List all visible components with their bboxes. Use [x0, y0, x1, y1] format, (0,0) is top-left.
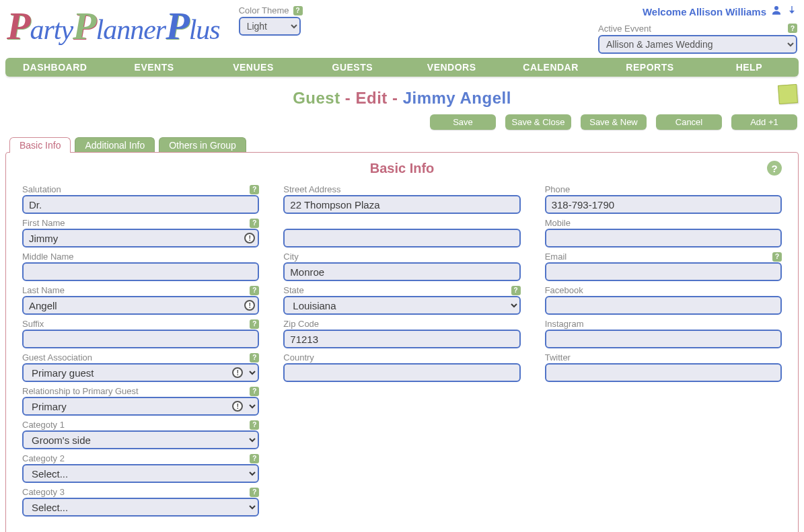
tab-others-in-group[interactable]: Others in Group — [159, 137, 246, 153]
nav-venues[interactable]: VENUES — [204, 62, 303, 73]
welcome-text: Welcome Allison Williams — [643, 6, 766, 17]
category2-label: Categoty 2 — [22, 453, 65, 463]
instagram-label: Instagram — [545, 319, 584, 329]
last-name-label: Last Name — [22, 285, 65, 295]
action-buttons-top: Save Save & Close Save & New Cancel Add … — [7, 114, 797, 130]
phone-input[interactable] — [545, 195, 782, 214]
category3-label: Categoty 3 — [22, 487, 65, 497]
required-icon: ! — [232, 401, 243, 412]
middle-name-input[interactable] — [22, 262, 259, 281]
color-theme-label: Color Theme — [239, 5, 289, 15]
required-icon: ! — [244, 300, 255, 311]
cancel-button[interactable]: Cancel — [656, 114, 722, 130]
color-theme-block: Color Theme ? Light — [239, 5, 303, 36]
country-label: Country — [283, 352, 314, 363]
help-icon[interactable]: ? — [250, 454, 259, 463]
app-logo: PartyPlannerPlus — [7, 4, 220, 46]
help-icon[interactable]: ? — [250, 387, 259, 396]
help-icon[interactable]: ? — [250, 353, 259, 363]
help-icon[interactable]: ? — [772, 252, 782, 262]
page-title: Guest - Edit - Jimmy Angell — [293, 89, 511, 108]
phone-label: Phone — [545, 184, 571, 194]
country-input[interactable] — [283, 363, 520, 382]
street-input[interactable] — [283, 195, 520, 214]
last-name-input[interactable] — [22, 296, 259, 315]
tabs: Basic Info Additional Info Others in Gro… — [9, 137, 804, 152]
main-nav: DASHBOARD EVENTS VENUES GUESTS VENDORS C… — [5, 58, 799, 77]
column-address: Street Address City State? Louisiana Zip… — [283, 184, 520, 521]
twitter-input[interactable] — [545, 363, 782, 382]
basic-info-panel: Basic Info ? Salutation? First Name? ! M… — [5, 152, 799, 532]
color-theme-select[interactable]: Light — [239, 17, 301, 36]
help-icon[interactable]: ? — [250, 286, 259, 295]
mobile-label: Mobile — [545, 218, 571, 228]
app-header: PartyPlannerPlus Color Theme ? Light Wel… — [0, 0, 804, 55]
guest-association-select[interactable]: Primary guest — [22, 363, 259, 382]
category1-label: Categoty 1 — [22, 420, 65, 430]
help-icon[interactable]: ? — [250, 185, 259, 194]
save-new-button[interactable]: Save & New — [581, 114, 647, 130]
sticky-note-icon[interactable] — [778, 84, 798, 104]
street-label: Street Address — [283, 184, 340, 194]
nav-vendors[interactable]: VENDORS — [402, 62, 501, 73]
nav-help[interactable]: HELP — [700, 62, 799, 73]
mobile-input[interactable] — [545, 229, 782, 248]
suffix-input[interactable] — [22, 330, 259, 348]
middle-name-label: Middle Name — [22, 252, 74, 262]
help-icon[interactable]: ? — [250, 420, 259, 430]
help-icon[interactable]: ? — [250, 319, 259, 329]
required-icon: ! — [244, 233, 255, 243]
nav-guests[interactable]: GUESTS — [303, 62, 402, 73]
zip-label: Zip Code — [283, 319, 319, 329]
active-event-label: Active Evvent — [598, 24, 651, 34]
active-event-select[interactable]: Allison & James Wedding — [598, 35, 797, 54]
salutation-label: Salutation — [22, 184, 61, 194]
category3-select[interactable]: Select... — [22, 498, 259, 517]
suffix-label: Suffix — [22, 319, 44, 329]
category2-select[interactable]: Select... — [22, 464, 259, 483]
help-icon[interactable]: ? — [767, 161, 782, 176]
salutation-input[interactable] — [22, 195, 259, 214]
help-icon[interactable]: ? — [250, 488, 259, 497]
street2-input[interactable] — [283, 229, 520, 248]
tab-additional-info[interactable]: Additional Info — [75, 137, 155, 153]
save-close-button[interactable]: Save & Close — [505, 114, 571, 130]
city-label: City — [283, 252, 298, 262]
email-input[interactable] — [545, 262, 782, 281]
nav-dashboard[interactable]: DASHBOARD — [5, 62, 104, 73]
user-icon[interactable] — [770, 4, 782, 20]
relationship-select[interactable]: Primary — [22, 397, 259, 416]
add-plus-one-button[interactable]: Add +1 — [731, 114, 797, 130]
nav-calendar[interactable]: CALENDAR — [501, 62, 600, 73]
relationship-label: Relationship to Primary Guest — [22, 386, 139, 396]
street2-label — [283, 218, 286, 228]
instagram-input[interactable] — [545, 330, 782, 348]
welcome-row: Welcome Allison Williams — [598, 4, 797, 20]
facebook-label: Facebook — [545, 285, 583, 295]
first-name-input[interactable] — [22, 229, 259, 248]
email-label: Email — [545, 252, 567, 262]
first-name-label: First Name — [22, 218, 65, 228]
help-icon[interactable]: ? — [511, 286, 521, 295]
help-icon[interactable]: ? — [788, 24, 797, 33]
save-button[interactable]: Save — [430, 114, 496, 130]
state-select[interactable]: Louisiana — [283, 296, 520, 315]
nav-reports[interactable]: REPORTS — [600, 62, 699, 73]
column-contact: Phone Mobile Email? Facebook Instagram T… — [545, 184, 782, 521]
nav-events[interactable]: EVENTS — [104, 62, 203, 73]
zip-input[interactable] — [283, 330, 520, 348]
svg-point-0 — [774, 6, 778, 10]
help-icon[interactable]: ? — [293, 6, 303, 15]
category1-select[interactable]: Groom's side — [22, 430, 259, 449]
panel-title: Basic Info — [370, 161, 435, 176]
facebook-input[interactable] — [545, 296, 782, 315]
tab-basic-info[interactable]: Basic Info — [9, 137, 71, 153]
twitter-label: Twitter — [545, 352, 571, 363]
city-input[interactable] — [283, 262, 520, 281]
column-personal: Salutation? First Name? ! Middle Name La… — [22, 184, 259, 521]
help-icon[interactable]: ? — [250, 219, 259, 228]
guest-association-label: Guest Association — [22, 352, 92, 363]
arrow-down-icon[interactable] — [787, 4, 797, 20]
required-icon: ! — [232, 367, 243, 378]
state-label: State — [283, 285, 303, 295]
